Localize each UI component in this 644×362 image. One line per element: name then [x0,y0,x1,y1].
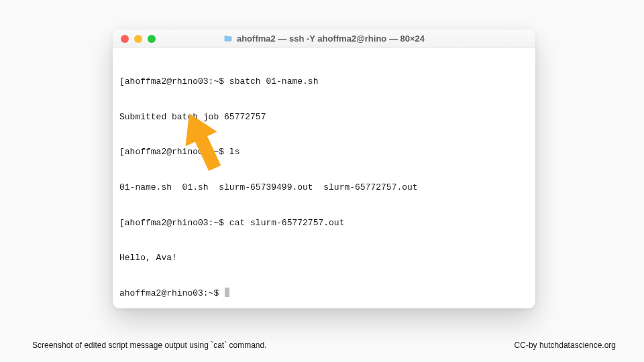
cursor-icon [225,288,229,297]
shell-prompt: ahoffma2@rhino03:~$ [119,288,224,298]
terminal-line: [ahoffma2@rhino03:~$ ls [119,146,529,158]
terminal-window: ahoffma2 — ssh -Y ahoffma2@rhino — 80×24… [113,29,535,308]
terminal-body[interactable]: [ahoffma2@rhino03:~$ sbatch 01-name.sh S… [113,48,535,308]
terminal-line: 01-name.sh 01.sh slurm-65739499.out slur… [119,182,529,194]
terminal-line: Hello, Ava! [119,252,529,264]
title-bar: ahoffma2 — ssh -Y ahoffma2@rhino — 80×24 [113,29,535,48]
close-icon[interactable] [121,35,129,43]
traffic-lights [113,35,156,43]
folder-icon [223,34,233,44]
window-title: ahoffma2 — ssh -Y ahoffma2@rhino — 80×24 [237,34,425,44]
caption: Screenshot of edited script message outp… [32,341,267,350]
attribution: CC-by hutchdatascience.org [515,341,616,350]
title-center: ahoffma2 — ssh -Y ahoffma2@rhino — 80×24 [113,34,535,44]
terminal-line: [ahoffma2@rhino03:~$ sbatch 01-name.sh [119,76,529,88]
terminal-prompt-line: ahoffma2@rhino03:~$ [119,288,529,300]
maximize-icon[interactable] [148,35,156,43]
minimize-icon[interactable] [134,35,142,43]
terminal-line: [ahoffma2@rhino03:~$ cat slurm-65772757.… [119,217,529,229]
